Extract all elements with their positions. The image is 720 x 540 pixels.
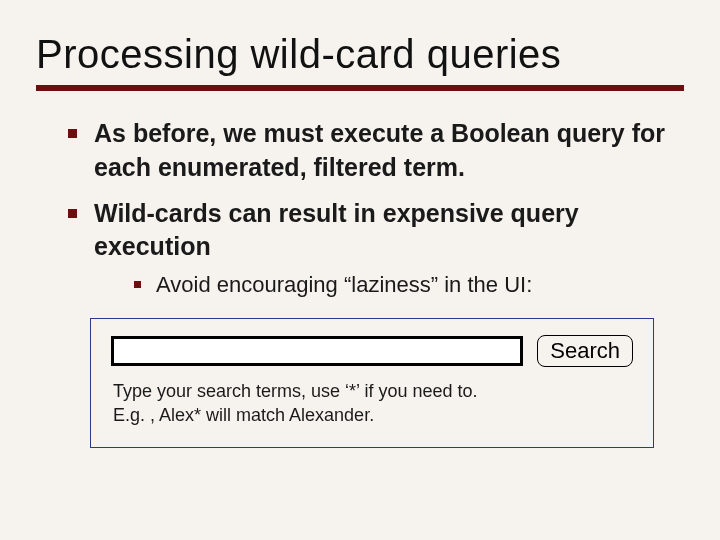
title-rule: [36, 85, 684, 91]
search-panel: Search Type your search terms, use ‘*’ i…: [90, 318, 654, 449]
sub-bullet-item: Avoid encouraging “laziness” in the UI:: [132, 270, 676, 300]
sub-bullet-text: Avoid encouraging “laziness” in the UI:: [156, 272, 532, 297]
search-button[interactable]: Search: [537, 335, 633, 367]
bullet-text: As before, we must execute a Boolean que…: [94, 119, 665, 181]
slide: Processing wild-card queries As before, …: [0, 0, 720, 540]
bullet-list: As before, we must execute a Boolean que…: [36, 117, 684, 300]
bullet-item: As before, we must execute a Boolean que…: [64, 117, 676, 185]
bullet-text: Wild-cards can result in expensive query…: [94, 199, 579, 261]
sub-bullet-list: Avoid encouraging “laziness” in the UI:: [94, 270, 676, 300]
slide-title: Processing wild-card queries: [36, 32, 684, 77]
search-input[interactable]: [111, 336, 523, 366]
bullet-item: Wild-cards can result in expensive query…: [64, 197, 676, 300]
search-hint: Type your search terms, use ‘*’ if you n…: [113, 379, 633, 428]
search-row: Search: [111, 335, 633, 367]
